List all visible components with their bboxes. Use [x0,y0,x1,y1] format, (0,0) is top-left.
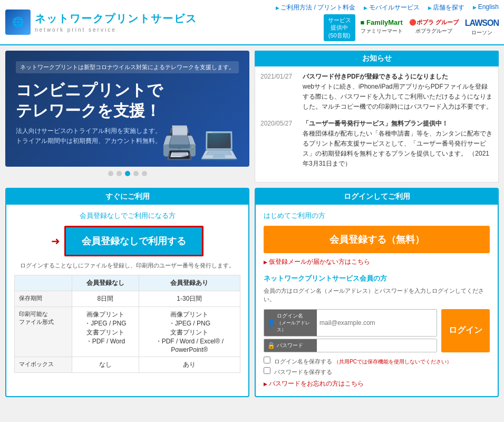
logo-image: 🌐 [5,9,31,35]
banner-dot-5[interactable] [142,171,147,176]
new-user-title: はじめてご利用の方 [264,211,490,220]
logo-text: ネットワークプリントサービス network print service [35,12,197,33]
poplar-label: ポプラグループ [415,27,452,35]
poplar-partner: 🔴ポプラ グループ ポプラグループ [409,18,459,35]
notice-item-2: 2020/05/27 「ユーザー番号発行サービス」無料プラン提供中！ 各種団体様… [260,119,493,169]
login-title: ログインしてご利用 [256,189,498,205]
familymart-partner: ■ FamilyMart ファミリーマート [361,18,403,35]
table-row-storage: 保存期間 8日間 1-30日間 [15,291,240,306]
service-badge: サービス 提供中 (50音順) [324,14,355,41]
member-title: ネットワークプリントサービス会員の方 [264,274,490,283]
banner-dot-1[interactable] [108,171,113,176]
table-storage-no-member: 8日間 [72,291,139,306]
notice-text-2: 「ユーザー番号発行サービス」無料プラン提供中！ 各種団体様が配布したい「各種申請… [303,119,493,169]
username-input[interactable] [317,316,437,329]
quick-use-panel: すぐにご利用 会員登録なしでご利用になる方 ➜ 会員登録なしで利用する ログイン… [5,188,249,397]
nav-english[interactable]: English [473,3,499,12]
banner-main-text: コンビニプリントでテレワークを支援！ [16,80,239,121]
table-label-mybox: マイボックス [15,357,72,372]
username-field: 👤 ログイン名（メールアドレス） [264,309,437,337]
header-nav-top: ご利用方法 / プリント料金 モバイルサービス 店舗を探す English [276,3,499,12]
login-button[interactable]: ログイン [441,309,490,352]
user-icon: 👤 [267,319,275,327]
table-col-member: 会員登録あり [139,275,240,291]
remember-password-checkbox[interactable] [264,367,270,374]
notice-area: お知らせ 2021/01/27 パスワード付きPDFが登録できるようになりました… [255,51,499,183]
remember-password-label[interactable]: パスワードを保存する [264,367,490,376]
nav-usage[interactable]: ご利用方法 / プリント料金 [276,3,356,12]
header-nav-bottom: サービス 提供中 (50音順) ■ FamilyMart ファミリーマート 🔴ポ… [324,14,499,41]
logo-title: ネットワークプリントサービス [35,12,197,26]
header-nav: ご利用方法 / プリント料金 モバイルサービス 店舗を探す English サー… [276,3,499,41]
notice-text-1: パスワード付きPDFが登録できるようになりました webサイトに続き、iPhon… [303,72,493,112]
forgot-password-link[interactable]: パスワードをお忘れの方はこちら [264,380,364,387]
table-label-filetypes: 印刷可能なファイル形式 [15,306,72,357]
lawson-label: ローソン [471,29,492,36]
password-input[interactable] [317,339,437,352]
poplar-logo: 🔴ポプラ グループ [409,18,459,26]
notice-date-2: 2020/05/27 [260,119,297,169]
quick-use-subtitle: 会員登録なしでご利用になる方 [14,211,240,220]
service-badge-line3: (50音順) [328,32,351,39]
main-content: ネットワークプリントは新型コロナウイルス対策によるテレワークを支援します。 コン… [0,45,504,402]
partner-logos: ■ FamilyMart ファミリーマート 🔴ポプラ グループ ポプラグループ … [361,18,499,36]
header: 🌐 ネットワークプリントサービス network print service ご… [0,0,504,45]
login-fields: 👤 ログイン名（メールアドレス） 🔒 パスワード [264,309,437,352]
member-desc: 会員の方はログイン名（メールアドレス）とパスワードを入力しログインしてください。 [264,286,490,304]
remember-note: （共用PCでは保存機能を使用しないでください） [334,359,452,365]
banner-area: ネットワークプリントは新型コロナウイルス対策によるテレワークを支援します。 コン… [5,51,249,183]
quick-use-description: ログインすることなしにファイルを登録し、印刷用のユーザー番号を発行します。 [14,262,240,270]
table-storage-member: 1-30日間 [139,291,240,306]
remember-username-text: ログイン名を保存する [274,358,332,365]
table-filetypes-no-member: 画像プリント・JPEG / PNG文書プリント・PDF / Word [72,306,139,357]
arrow-icon: ➜ [51,235,60,247]
lock-icon: 🔒 [267,342,275,349]
notice-item-1: 2021/01/27 パスワード付きPDFが登録できるようになりました webサ… [260,72,493,112]
banner-dot-3[interactable] [125,171,130,176]
quick-use-title: すぐにご利用 [6,189,248,205]
banner: ネットワークプリントは新型コロナウイルス対策によるテレワークを支援します。 コン… [5,51,249,167]
username-label: 👤 ログイン名（メールアドレス） [264,310,317,336]
login-checkboxes: ログイン名を保存する （共用PCでは保存機能を使用しないでください） パスワード… [264,357,490,376]
notice-body-2: 各種団体様が配布したい「各種申請書」等を、カンタンに配布できるプリント配布支援サ… [303,129,493,169]
nav-store[interactable]: 店舗を探す [428,3,465,12]
notice-body-1: webサイトに続き、iPhone/iPad用アプリからPDFファイルを登録する際… [303,82,493,112]
quick-use-btn-wrap: ➜ 会員登録なしで利用する [14,226,240,256]
table-mybox-no-member: なし [72,357,139,372]
table-col-empty [15,275,72,291]
logo-subtitle: network print service [35,27,197,33]
banner-dot-2[interactable] [117,171,122,176]
login-panel: ログインしてご利用 はじめてご利用の方 会員登録する（無料） 仮登録メールが届か… [255,188,499,397]
remember-username-checkbox[interactable] [264,357,270,363]
password-field: 🔒 パスワード [264,339,437,352]
banner-dots [5,171,249,176]
banner-dot-4[interactable] [133,171,139,176]
login-form: 👤 ログイン名（メールアドレス） 🔒 パスワード ログイン [264,309,490,352]
nav-mobile[interactable]: モバイルサービス [364,3,420,12]
notice-date-1: 2021/01/27 [260,72,297,112]
table-row-filetypes: 印刷可能なファイル形式 画像プリント・JPEG / PNG文書プリント・PDF … [15,306,240,357]
service-badge-line1: サービス [328,16,351,24]
notice-header: お知らせ [255,51,499,66]
familymart-label: ファミリーマート [361,27,403,35]
notice-content[interactable]: 2021/01/27 パスワード付きPDFが登録できるようになりました webサ… [255,66,499,183]
quick-use-button[interactable]: 会員登録なしで利用する [64,226,203,256]
logo-area: 🌐 ネットワークプリントサービス network print service [5,9,197,35]
familymart-logo: ■ FamilyMart [361,18,403,26]
bottom-section: すぐにご利用 会員登録なしでご利用になる方 ➜ 会員登録なしで利用する ログイン… [5,188,499,397]
provisional-link[interactable]: 仮登録メールが届かない方はこちら [264,258,370,265]
lawson-partner: LAWSON ローソン [465,18,499,36]
password-label-text: パスワード [277,342,303,349]
top-section: ネットワークプリントは新型コロナウイルス対策によるテレワークを支援します。 コン… [5,51,499,183]
notice-title-2: 「ユーザー番号発行サービス」無料プラン提供中！ [303,119,493,129]
table-row-mybox: マイボックス なし あり [15,357,240,372]
table-col-no-member: 会員登録なし [72,275,139,291]
register-button[interactable]: 会員登録する（無料） [264,226,490,253]
notice-title-1: パスワード付きPDFが登録できるようになりました [303,72,493,82]
lawson-logo: LAWSON [465,18,499,28]
password-label: 🔒 パスワード [264,339,317,352]
table-label-storage: 保存期間 [15,291,72,306]
table-mybox-member: あり [139,357,240,372]
remember-username-label[interactable]: ログイン名を保存する （共用PCでは保存機能を使用しないでください） [264,357,490,366]
remember-password-text: パスワードを保存する [274,369,332,375]
